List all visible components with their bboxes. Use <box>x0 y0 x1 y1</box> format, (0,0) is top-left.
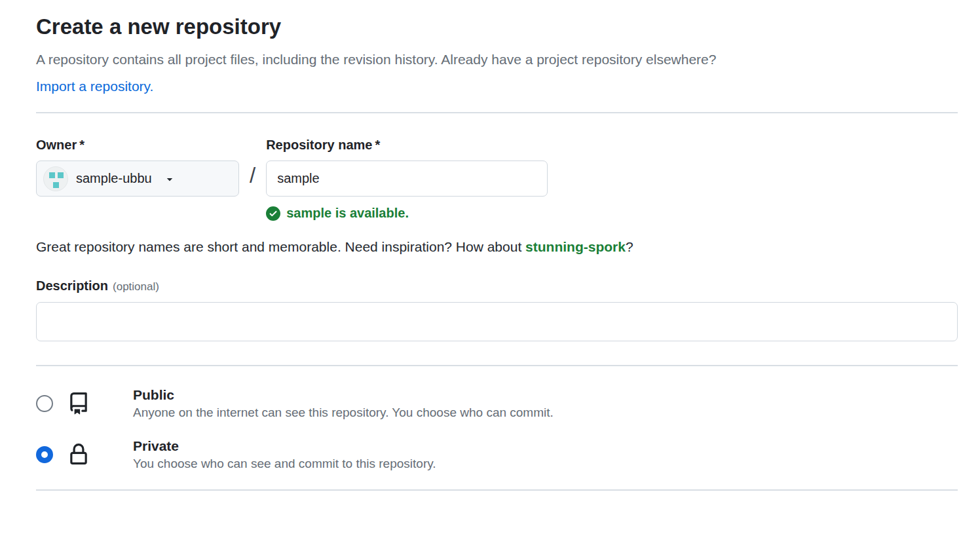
create-repository-page: Create a new repository A repository con… <box>0 0 980 491</box>
inspiration-suffix: ? <box>626 239 633 254</box>
repository-name-input[interactable] <box>266 161 548 197</box>
description-label: Description(optional) <box>36 278 958 293</box>
description-label-text: Description <box>36 278 108 293</box>
section-divider-top <box>36 112 958 113</box>
import-repository-link[interactable]: Import a repository. <box>36 79 153 94</box>
section-divider-middle <box>36 365 958 366</box>
owner-field: Owner* sample-ubbu <box>36 138 239 197</box>
visibility-options: Public Anyone on the internet can see th… <box>36 387 958 471</box>
private-option-description: You choose who can see and commit to thi… <box>133 457 436 471</box>
private-radio[interactable] <box>36 446 53 463</box>
description-input[interactable] <box>36 302 958 341</box>
repository-name-label: Repository name* <box>266 138 548 153</box>
section-divider-bottom <box>36 489 958 491</box>
repository-name-label-text: Repository name <box>266 138 372 152</box>
availability-status: sample is available. <box>266 206 548 221</box>
public-option-text: Public Anyone on the internet can see th… <box>133 387 554 420</box>
name-inspiration-text: Great repository names are short and mem… <box>36 239 958 255</box>
check-circle-icon <box>266 206 280 221</box>
public-radio[interactable] <box>36 395 53 412</box>
owner-label-text: Owner <box>36 138 77 152</box>
repository-name-field: Repository name* sample is available. <box>266 138 548 221</box>
owner-label: Owner* <box>36 138 239 153</box>
chevron-down-icon <box>164 173 176 185</box>
public-option-title: Public <box>133 387 554 403</box>
page-subtitle: A repository contains all project files,… <box>36 50 958 69</box>
availability-message: sample is available. <box>286 206 409 221</box>
owner-repo-separator: / <box>250 157 255 193</box>
page-title: Create a new repository <box>36 14 958 39</box>
private-option-text: Private You choose who can see and commi… <box>133 438 436 471</box>
lock-icon <box>53 444 104 466</box>
private-option-title: Private <box>133 438 436 454</box>
owner-selected-name: sample-ubbu <box>76 171 152 186</box>
owner-repo-row: Owner* sample-ubbu / Repository name* <box>36 138 958 221</box>
public-option-description: Anyone on the internet can see this repo… <box>133 406 554 420</box>
owner-avatar <box>43 166 68 191</box>
description-optional-hint: (optional) <box>113 280 159 293</box>
inspiration-prefix: Great repository names are short and mem… <box>36 239 525 254</box>
suggested-name-link[interactable]: stunning-spork <box>525 239 626 254</box>
repository-name-required-asterisk: * <box>375 138 380 152</box>
owner-required-asterisk: * <box>79 138 85 152</box>
owner-select-button[interactable]: sample-ubbu <box>36 161 239 197</box>
repo-icon <box>53 392 104 415</box>
visibility-option-public[interactable]: Public Anyone on the internet can see th… <box>36 387 958 420</box>
visibility-option-private[interactable]: Private You choose who can see and commi… <box>36 438 958 471</box>
